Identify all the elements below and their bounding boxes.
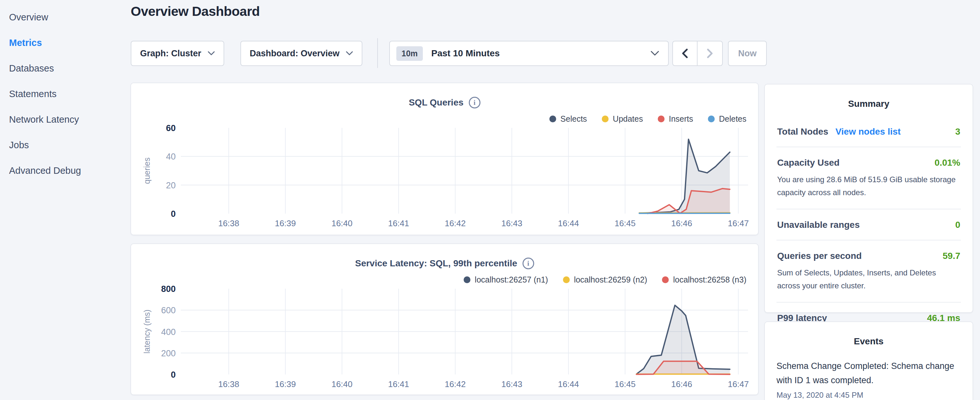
summary-row-description: You are using 28.6 MiB of 515.9 GiB usab… <box>777 173 960 199</box>
previous-time-window-button[interactable] <box>673 41 698 65</box>
events-panel: Events Schema Change Completed: Schema c… <box>764 321 973 400</box>
svg-text:queries: queries <box>142 158 151 184</box>
svg-text:0: 0 <box>171 370 176 379</box>
legend-dot <box>549 116 556 122</box>
legend-label: Selects <box>560 114 587 124</box>
summary-row-total-nodes: Total Nodes View nodes list 3 <box>776 116 961 147</box>
legend-item-deletes: Deletes <box>708 114 746 124</box>
dashboard-dropdown-label: Dashboard: Overview <box>250 49 340 59</box>
legend-dot <box>662 276 669 283</box>
summary-row-unavailable-ranges: Unavailable ranges 0 <box>776 209 961 241</box>
sidebar-item-overview[interactable]: Overview <box>9 5 122 30</box>
chevron-down-icon <box>346 51 353 56</box>
svg-text:16:45: 16:45 <box>614 218 635 228</box>
svg-text:200: 200 <box>161 349 176 358</box>
summary-row-value: 3 <box>955 126 960 137</box>
graph-dropdown-label: Graph: Cluster <box>140 49 201 59</box>
legend-dot <box>708 116 715 122</box>
event-timestamp: May 13, 2020 at 4:45 PM <box>776 390 961 400</box>
svg-text:16:41: 16:41 <box>388 379 409 389</box>
summary-row-queries-per-second: Queries per second 59.7 Sum of Selects, … <box>776 241 961 303</box>
summary-row-label: Queries per second <box>777 251 862 261</box>
toolbar-divider <box>377 38 378 68</box>
legend-dot <box>563 276 570 283</box>
chart-legend: localhost:26257 (n1)localhost:26259 (n2)… <box>464 275 746 284</box>
sidebar-item-jobs[interactable]: Jobs <box>9 132 122 158</box>
legend-dot <box>464 276 471 283</box>
svg-text:16:42: 16:42 <box>445 218 466 228</box>
summary-row-value: 0.01% <box>935 158 960 168</box>
legend-item-localhost-26257-n1-: localhost:26257 (n1) <box>464 275 548 284</box>
legend-item-localhost-26258-n3-: localhost:26258 (n3) <box>662 275 746 284</box>
svg-text:16:41: 16:41 <box>388 218 409 228</box>
info-icon[interactable]: i <box>469 97 480 108</box>
legend-label: Inserts <box>669 114 693 124</box>
svg-text:16:46: 16:46 <box>671 379 692 389</box>
legend-label: Updates <box>613 114 643 124</box>
chart-canvas[interactable]: 0200400600800latency (ms)16:3816:3916:40… <box>131 285 759 395</box>
legend-item-inserts: Inserts <box>658 114 693 124</box>
chevron-left-icon <box>682 49 688 58</box>
sidebar-item-advanced-debug[interactable]: Advanced Debug <box>9 158 122 183</box>
svg-text:800: 800 <box>161 285 176 294</box>
legend-item-localhost-26259-n2-: localhost:26259 (n2) <box>563 275 648 284</box>
legend-item-selects: Selects <box>549 114 587 124</box>
svg-text:60: 60 <box>166 124 176 133</box>
chevron-down-icon <box>651 51 659 56</box>
svg-text:16:47: 16:47 <box>728 218 749 228</box>
sidebar-item-databases[interactable]: Databases <box>9 56 122 81</box>
svg-text:16:43: 16:43 <box>501 218 522 228</box>
summary-row-value: 0 <box>955 220 960 230</box>
summary-row-label: Capacity Used <box>777 158 840 168</box>
chart-canvas[interactable]: 0204060queries16:3816:3916:4016:4116:421… <box>131 124 759 234</box>
legend-item-updates: Updates <box>602 114 643 124</box>
legend-dot <box>602 116 609 122</box>
summary-panel: Summary Total Nodes View nodes list 3 Ca… <box>764 84 973 313</box>
svg-text:16:43: 16:43 <box>501 379 522 389</box>
summary-row-capacity-used: Capacity Used 0.01% You are using 28.6 M… <box>776 147 961 209</box>
summary-title: Summary <box>776 99 961 109</box>
svg-text:16:39: 16:39 <box>275 379 296 389</box>
next-time-window-button[interactable] <box>698 41 722 65</box>
svg-text:0: 0 <box>171 209 176 219</box>
legend-dot <box>658 116 665 122</box>
summary-row-label: Total Nodes <box>777 126 828 137</box>
chevron-down-icon <box>208 51 215 56</box>
sql-queries-chart-card: SQL Queries i SelectsUpdatesInsertsDelet… <box>130 83 759 235</box>
svg-text:16:44: 16:44 <box>558 379 579 389</box>
svg-text:16:39: 16:39 <box>275 218 296 228</box>
sidebar-item-network-latency[interactable]: Network Latency <box>9 107 122 132</box>
page-title: Overview Dashboard <box>131 4 260 19</box>
svg-text:16:46: 16:46 <box>671 218 692 228</box>
service-latency-chart-card: Service Latency: SQL, 99th percentile i … <box>130 243 759 395</box>
graph-dropdown[interactable]: Graph: Cluster <box>131 41 224 66</box>
view-nodes-list-link[interactable]: View nodes list <box>835 126 901 137</box>
sidebar-item-metrics[interactable]: Metrics <box>9 30 122 56</box>
summary-row-value: 59.7 <box>943 251 961 261</box>
chart-title: Service Latency: SQL, 99th percentile <box>355 258 517 269</box>
sidebar: OverviewMetricsDatabasesStatementsNetwor… <box>9 5 122 183</box>
svg-text:20: 20 <box>166 180 176 190</box>
info-icon[interactable]: i <box>522 258 534 269</box>
legend-label: localhost:26257 (n1) <box>475 275 548 284</box>
svg-text:16:47: 16:47 <box>728 379 749 389</box>
dashboard-dropdown[interactable]: Dashboard: Overview <box>240 41 362 66</box>
svg-text:16:38: 16:38 <box>218 218 239 228</box>
time-range-badge: 10m <box>396 46 423 61</box>
svg-text:16:40: 16:40 <box>331 379 352 389</box>
event-list-item: Schema Change Completed: Schema change w… <box>776 359 961 400</box>
legend-label: localhost:26258 (n3) <box>673 275 746 284</box>
svg-text:16:40: 16:40 <box>331 218 352 228</box>
chevron-right-icon <box>706 49 713 58</box>
now-button[interactable]: Now <box>728 41 767 66</box>
svg-text:400: 400 <box>161 327 176 337</box>
svg-text:16:38: 16:38 <box>218 379 239 389</box>
svg-text:latency (ms): latency (ms) <box>142 309 151 354</box>
sidebar-item-statements[interactable]: Statements <box>9 81 122 107</box>
summary-row-label: Unavailable ranges <box>777 220 860 230</box>
legend-label: localhost:26259 (n2) <box>574 275 648 284</box>
svg-text:16:44: 16:44 <box>558 218 579 228</box>
svg-text:600: 600 <box>161 306 176 315</box>
time-range-picker[interactable]: 10m Past 10 Minutes <box>389 41 669 66</box>
svg-text:40: 40 <box>166 152 176 161</box>
